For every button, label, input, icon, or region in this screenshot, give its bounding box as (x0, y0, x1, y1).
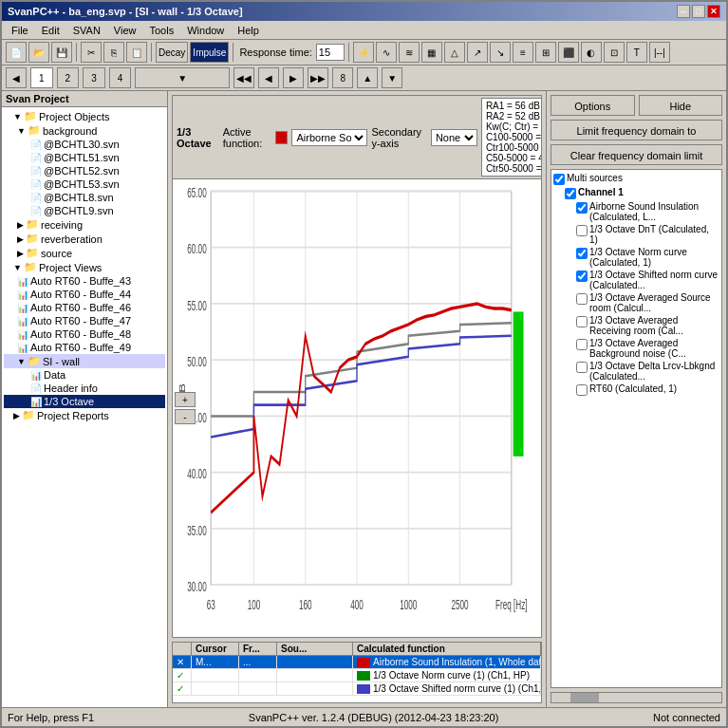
tb-b7[interactable]: ↘ (490, 42, 511, 63)
menu-window[interactable]: Window (181, 24, 230, 37)
cb-2[interactable] (576, 248, 588, 259)
response-time-input[interactable] (316, 44, 345, 61)
cb-1[interactable] (576, 225, 588, 236)
tree-rt60-48[interactable]: 📊 Auto RT60 - Buffe_48 (4, 327, 165, 341)
menu-edit[interactable]: Edit (36, 24, 65, 37)
tb-b10[interactable]: ⬛ (558, 42, 579, 63)
limit-freq-button[interactable]: Limit frequency domain to (551, 120, 722, 140)
table-row-1[interactable]: ✕ M... ... Airborne Sound Insulation (1,… (173, 656, 541, 669)
tb-nav-1[interactable]: ◀ (6, 67, 27, 88)
zoom-out-btn[interactable]: - (175, 409, 196, 424)
tree-data[interactable]: 📊 Data (4, 368, 165, 382)
cb-8[interactable] (576, 384, 588, 396)
tb-new[interactable]: 📄 (6, 42, 27, 63)
tb-b9[interactable]: ⊞ (535, 42, 556, 63)
tb-down[interactable]: ▼ (382, 67, 402, 88)
tb-nav-dropdown[interactable]: ▼ (135, 67, 230, 88)
cb-label-4: 1/3 Octave Averaged Source room (Calcul.… (589, 292, 719, 313)
tree-file-1[interactable]: 📄 @BCHTL30.svn (4, 138, 165, 151)
tab-btn-4[interactable]: 4 (109, 67, 132, 88)
tab-btn-1[interactable]: 1 (30, 67, 53, 88)
cb-3[interactable] (576, 271, 588, 282)
tab-btn-3[interactable]: 3 (83, 67, 105, 88)
tb-b13[interactable]: T (626, 42, 647, 63)
tree-receiving[interactable]: ▶ 📁 receiving (4, 217, 165, 232)
cb-5[interactable] (576, 316, 588, 327)
tb-cut[interactable]: ✂ (81, 42, 102, 63)
cb-7[interactable] (576, 362, 588, 373)
menu-file[interactable]: File (6, 24, 34, 37)
tb-nav-next[interactable]: ▶ (283, 67, 304, 88)
tb-b11[interactable]: ◐ (581, 42, 602, 63)
cb-row-8: RT60 (Calculated, 1) (576, 383, 719, 397)
zoom-in-btn[interactable]: + (175, 392, 196, 407)
secondary-yaxis-select[interactable]: None (431, 129, 477, 146)
tree-rt60-49[interactable]: 📊 Auto RT60 - Buffe_49 (4, 341, 165, 354)
tree-file-4[interactable]: 📄 @BCHTL53.svn (4, 177, 165, 191)
cb-0[interactable] (576, 202, 588, 214)
tb-b4[interactable]: ▦ (421, 42, 442, 63)
hide-button[interactable]: Hide (639, 95, 723, 116)
menu-svan[interactable]: SVAN (67, 24, 106, 37)
tree-rt60-43[interactable]: 📊 Auto RT60 - Buffe_43 (4, 274, 165, 288)
tb-b1[interactable]: ⚡ (353, 42, 374, 63)
menu-help[interactable]: Help (232, 24, 265, 37)
tree-rt60-44[interactable]: 📊 Auto RT60 - Buffe_44 (4, 288, 165, 301)
tb-copy[interactable]: ⎘ (103, 42, 124, 63)
menu-view[interactable]: View (108, 24, 142, 37)
tb-nav-prev[interactable]: ◀ (258, 67, 279, 88)
sidebar: Svan Project ▼ 📁 Project Objects ▼ 📁 bac… (2, 91, 168, 707)
options-button[interactable]: Options (551, 95, 635, 116)
tree-rt60-47[interactable]: 📊 Auto RT60 - Buffe_47 (4, 314, 165, 327)
tb-decay-btn[interactable]: Decay (156, 42, 188, 63)
tb-b12[interactable]: ⊡ (604, 42, 625, 63)
table-row-2[interactable]: ✓ 1/3 Octave Norm curve (1) (Ch1, HP) (173, 669, 541, 682)
cb-4[interactable] (576, 293, 588, 305)
tree-source[interactable]: ▶ 📁 source (4, 246, 165, 260)
tb-nav-left[interactable]: ◀◀ (233, 67, 254, 88)
clear-freq-button[interactable]: Clear frequency domain limit (551, 144, 722, 165)
close-button[interactable]: ✕ (707, 5, 720, 18)
tb-b8[interactable]: ≡ (513, 42, 533, 63)
tb-up[interactable]: ▲ (357, 67, 378, 88)
tree-file-2[interactable]: 📄 @BCHTL51.svn (4, 151, 165, 164)
active-function-select[interactable]: Airborne So... (291, 129, 367, 146)
tree-background[interactable]: ▼ 📁 background (4, 123, 165, 138)
tree-file-3[interactable]: 📄 @BCHTL52.svn (4, 164, 165, 177)
h-scrollbar[interactable] (551, 692, 722, 703)
tb-open[interactable]: 📂 (28, 42, 49, 63)
tb-b14[interactable]: |--| (649, 42, 670, 63)
row2-cursor (192, 669, 239, 681)
bottom-table: Cursor Fr... Sou... Calculated function … (172, 642, 542, 703)
tree-header-info[interactable]: 📄 Header info (4, 382, 165, 395)
file-icon-3: 📄 (30, 166, 42, 177)
tb-nav-right[interactable]: ▶▶ (308, 67, 328, 88)
tb-b5[interactable]: △ (444, 42, 465, 63)
tree-si-wall[interactable]: ▼ 📁 SI - wall (4, 354, 165, 368)
table-row-3[interactable]: ✓ 1/3 Octave Shifted norm curve (1) (Ch1… (173, 682, 541, 696)
tree-file-5[interactable]: 📄 @BCHTL8.svn (4, 191, 165, 204)
tree-rt60-46[interactable]: 📊 Auto RT60 - Buffe_46 (4, 301, 165, 314)
tb-b3[interactable]: ≋ (399, 42, 420, 63)
tree-project-objects[interactable]: ▼ 📁 Project Objects (4, 109, 165, 123)
tree-file-6[interactable]: 📄 @BCHTL9.svn (4, 204, 165, 217)
menu-tools[interactable]: Tools (144, 24, 180, 37)
h-scrollbar-thumb[interactable] (570, 693, 599, 702)
tb-save[interactable]: 💾 (51, 42, 72, 63)
tb-b2[interactable]: ∿ (376, 42, 397, 63)
tb-impulse-btn[interactable]: Impulse (190, 42, 229, 63)
maximize-button[interactable]: □ (692, 5, 705, 18)
tb-paste[interactable]: 📋 (126, 42, 147, 63)
tb-num-8[interactable]: 8 (332, 67, 353, 88)
tab-btn-2[interactable]: 2 (57, 67, 80, 88)
tree-project-reports[interactable]: ▶ 📁 Project Reports (4, 408, 165, 422)
tree-project-views[interactable]: ▼ 📁 Project Views (4, 260, 165, 274)
tb-b6[interactable]: ↗ (467, 42, 488, 63)
tree-reverberation[interactable]: ▶ 📁 reverberation (4, 232, 165, 246)
minimize-button[interactable]: ─ (677, 5, 690, 18)
source-label: source (41, 248, 72, 259)
channel1-checkbox[interactable] (565, 188, 576, 199)
tree-13-octave[interactable]: 📊 1/3 Octave (4, 395, 165, 408)
multi-sources-checkbox[interactable] (553, 174, 565, 185)
cb-6[interactable] (576, 339, 588, 350)
